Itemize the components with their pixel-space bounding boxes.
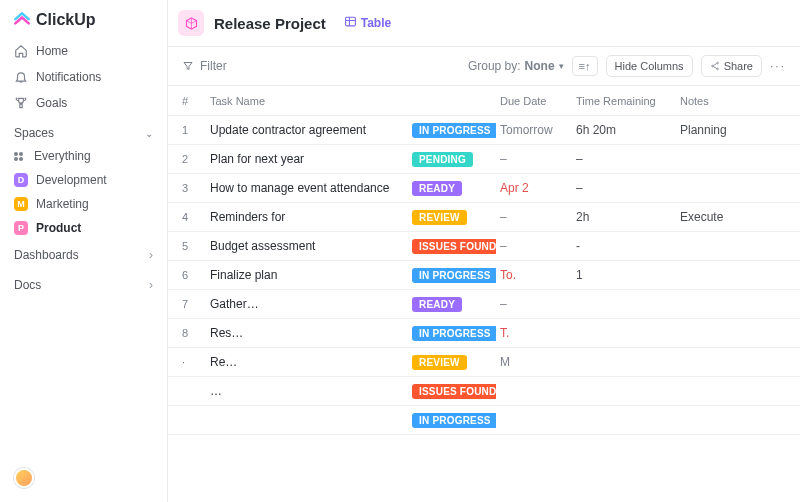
home-icon bbox=[14, 44, 28, 58]
spaces-header[interactable]: Spaces ⌄ bbox=[0, 116, 167, 144]
share-button[interactable]: Share bbox=[701, 55, 762, 77]
task-table: # Task Name Due Date Time Remaining Note… bbox=[168, 86, 800, 502]
table-row[interactable]: 6Finalize planIN PROGRESSTo.1 bbox=[168, 261, 800, 290]
sidebar: ClickUp Home Notifications Goals Spaces … bbox=[0, 0, 168, 502]
task-name-cell[interactable]: Re… bbox=[206, 355, 408, 369]
group-by-value: None bbox=[525, 59, 555, 73]
space-product[interactable]: P Product bbox=[0, 216, 167, 240]
nav-notifications-label: Notifications bbox=[36, 70, 101, 84]
filter-button[interactable]: Filter bbox=[182, 59, 227, 73]
time-cell[interactable]: 2h bbox=[572, 210, 676, 224]
nav-goals[interactable]: Goals bbox=[0, 90, 167, 116]
due-cell[interactable]: T. bbox=[496, 326, 572, 340]
status-cell[interactable]: READY bbox=[408, 181, 496, 196]
status-badge: IN PROGRESS bbox=[412, 268, 496, 283]
table-row[interactable]: IN PROGRESS bbox=[168, 406, 800, 435]
status-badge: IN PROGRESS bbox=[412, 413, 496, 428]
chevron-right-icon: › bbox=[149, 248, 153, 262]
due-cell[interactable]: – bbox=[496, 210, 572, 224]
status-badge: READY bbox=[412, 181, 462, 196]
status-cell[interactable]: IN PROGRESS bbox=[408, 413, 496, 428]
status-cell[interactable]: ISSUES FOUND bbox=[408, 239, 496, 254]
table-row[interactable]: 8Res…IN PROGRESST. bbox=[168, 319, 800, 348]
filter-label: Filter bbox=[200, 59, 227, 73]
table-row[interactable]: 3How to manage event attendanceREADYApr … bbox=[168, 174, 800, 203]
hide-columns-button[interactable]: Hide Columns bbox=[606, 55, 693, 77]
space-development[interactable]: D Development bbox=[0, 168, 167, 192]
time-cell[interactable]: - bbox=[572, 239, 676, 253]
spaces-header-label: Spaces bbox=[14, 126, 54, 140]
status-cell[interactable]: ISSUES FOUND bbox=[408, 384, 496, 399]
table-row[interactable]: 4Reminders forREVIEW–2hExecute bbox=[168, 203, 800, 232]
col-notes[interactable]: Notes bbox=[676, 95, 760, 107]
status-badge: IN PROGRESS bbox=[412, 326, 496, 341]
status-cell[interactable]: IN PROGRESS bbox=[408, 268, 496, 283]
space-prod-icon: P bbox=[14, 221, 28, 235]
status-cell[interactable]: READY bbox=[408, 297, 496, 312]
task-name-cell[interactable]: How to manage event attendance bbox=[206, 181, 408, 195]
status-cell[interactable]: IN PROGRESS bbox=[408, 326, 496, 341]
time-cell[interactable]: 6h 20m bbox=[572, 123, 676, 137]
group-by-label: Group by: bbox=[468, 59, 521, 73]
notes-cell[interactable]: Planning bbox=[676, 123, 760, 137]
table-header-row: # Task Name Due Date Time Remaining Note… bbox=[168, 86, 800, 116]
space-everything[interactable]: Everything bbox=[0, 144, 167, 168]
status-cell[interactable]: REVIEW bbox=[408, 355, 496, 370]
space-marketing[interactable]: M Marketing bbox=[0, 192, 167, 216]
task-name-cell[interactable]: Gather… bbox=[206, 297, 408, 311]
sort-button[interactable]: ≡↑ bbox=[572, 56, 598, 76]
task-name-cell[interactable]: Budget assessment bbox=[206, 239, 408, 253]
avatar-area bbox=[0, 462, 167, 494]
nav-docs[interactable]: Docs › bbox=[0, 270, 167, 300]
space-marketing-label: Marketing bbox=[36, 197, 89, 211]
nav-notifications[interactable]: Notifications bbox=[0, 64, 167, 90]
table-row[interactable]: 1Update contractor agreementIN PROGRESST… bbox=[168, 116, 800, 145]
col-task[interactable]: Task Name bbox=[206, 95, 408, 107]
time-cell[interactable]: – bbox=[572, 152, 676, 166]
col-num[interactable]: # bbox=[178, 95, 206, 107]
row-num: 8 bbox=[178, 327, 206, 339]
view-table-chip[interactable]: Table bbox=[344, 15, 391, 31]
nav-dashboards[interactable]: Dashboards › bbox=[0, 240, 167, 270]
table-row[interactable]: 5Budget assessmentISSUES FOUND–- bbox=[168, 232, 800, 261]
more-menu[interactable]: ··· bbox=[770, 59, 786, 73]
time-cell[interactable]: 1 bbox=[572, 268, 676, 282]
col-due[interactable]: Due Date bbox=[496, 95, 572, 107]
table-row[interactable]: ·Re…REVIEWM bbox=[168, 348, 800, 377]
project-icon[interactable] bbox=[178, 10, 204, 36]
due-cell[interactable]: – bbox=[496, 152, 572, 166]
table-row[interactable]: …ISSUES FOUND bbox=[168, 377, 800, 406]
due-cell[interactable]: – bbox=[496, 297, 572, 311]
task-name-cell[interactable]: Finalize plan bbox=[206, 268, 408, 282]
task-name-cell[interactable]: Reminders for bbox=[206, 210, 408, 224]
nav-home-label: Home bbox=[36, 44, 68, 58]
notes-cell[interactable]: Execute bbox=[676, 210, 760, 224]
group-by[interactable]: Group by: None ▾ bbox=[468, 59, 564, 73]
chevron-down-icon: ▾ bbox=[559, 61, 564, 71]
due-cell[interactable]: Tomorrow bbox=[496, 123, 572, 137]
table-row[interactable]: 7Gather…READY– bbox=[168, 290, 800, 319]
chevron-right-icon: › bbox=[149, 278, 153, 292]
due-cell[interactable]: – bbox=[496, 239, 572, 253]
status-cell[interactable]: IN PROGRESS bbox=[408, 123, 496, 138]
task-name-cell[interactable]: Plan for next year bbox=[206, 152, 408, 166]
nav-home[interactable]: Home bbox=[0, 38, 167, 64]
task-name-cell[interactable]: … bbox=[206, 384, 408, 398]
svg-point-3 bbox=[716, 68, 718, 70]
due-cell[interactable]: M bbox=[496, 355, 572, 369]
due-cell[interactable]: Apr 2 bbox=[496, 181, 572, 195]
due-cell[interactable]: To. bbox=[496, 268, 572, 282]
status-cell[interactable]: REVIEW bbox=[408, 210, 496, 225]
status-cell[interactable]: PENDING bbox=[408, 152, 496, 167]
chevron-down-icon: ⌄ bbox=[145, 128, 153, 139]
space-development-label: Development bbox=[36, 173, 107, 187]
time-cell[interactable]: – bbox=[572, 181, 676, 195]
task-name-cell[interactable]: Update contractor agreement bbox=[206, 123, 408, 137]
row-num: 3 bbox=[178, 182, 206, 194]
user-avatar[interactable] bbox=[14, 468, 34, 488]
table-row[interactable]: 2Plan for next yearPENDING–– bbox=[168, 145, 800, 174]
status-badge: READY bbox=[412, 297, 462, 312]
col-time[interactable]: Time Remaining bbox=[572, 95, 676, 107]
task-name-cell[interactable]: Res… bbox=[206, 326, 408, 340]
logo[interactable]: ClickUp bbox=[0, 10, 167, 38]
